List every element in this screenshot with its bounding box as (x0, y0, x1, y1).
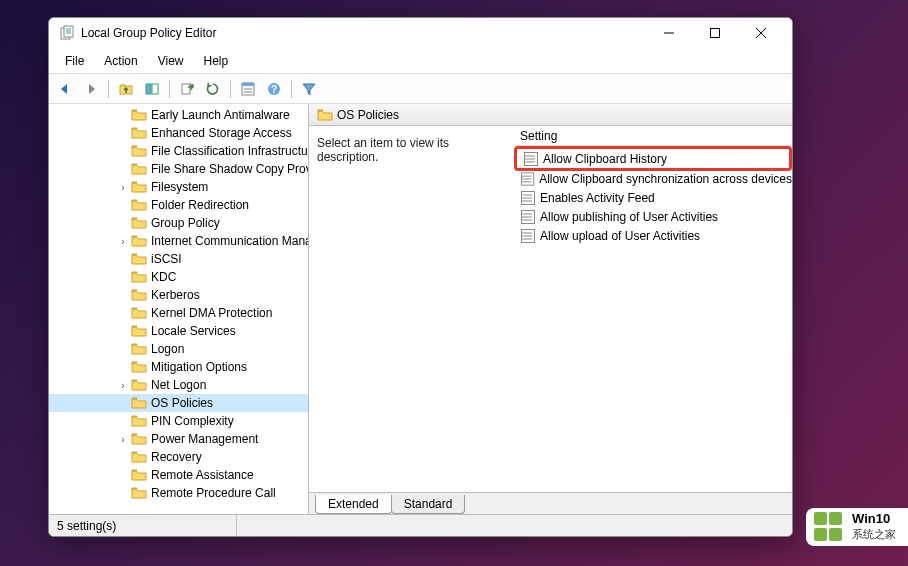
show-hide-tree-button[interactable] (140, 78, 164, 100)
svg-rect-14 (242, 83, 254, 86)
tree-item[interactable]: KDC (49, 268, 308, 286)
setting-item-label: Allow publishing of User Activities (540, 210, 718, 224)
tree-item[interactable]: Folder Redirection (49, 196, 308, 214)
tree-item[interactable]: Group Policy (49, 214, 308, 232)
tree-item-label: iSCSI (151, 252, 182, 266)
svg-point-31 (522, 178, 524, 180)
tab-standard[interactable]: Standard (391, 495, 466, 514)
tree-item-label: Remote Assistance (151, 468, 254, 482)
menu-view[interactable]: View (148, 50, 194, 72)
refresh-button[interactable] (201, 78, 225, 100)
tree-item-label: Remote Procedure Call (151, 486, 276, 500)
content-area: Early Launch AntimalwareEnhanced Storage… (49, 104, 792, 514)
setting-item[interactable]: Enables Activity Feed (514, 188, 792, 207)
tree-item-label: Recovery (151, 450, 202, 464)
svg-point-37 (522, 194, 524, 196)
tree-item[interactable]: Enhanced Storage Access (49, 124, 308, 142)
app-icon (59, 25, 75, 41)
back-button[interactable] (53, 78, 77, 100)
tree-item-label: KDC (151, 270, 176, 284)
tree-item-label: Kernel DMA Protection (151, 306, 272, 320)
help-button[interactable]: ? (262, 78, 286, 100)
svg-point-30 (522, 175, 524, 177)
tree-item-label: Filesystem (151, 180, 208, 194)
setting-item[interactable]: Allow Clipboard synchronization across d… (514, 169, 792, 188)
tree-item-label: Locale Services (151, 324, 236, 338)
folder-icon (131, 323, 147, 339)
tree-item-label: Logon (151, 342, 184, 356)
svg-point-39 (522, 200, 524, 202)
settings-column-header[interactable]: Setting (514, 126, 792, 146)
details-pane: OS Policies Select an item to view its d… (309, 104, 792, 514)
policy-icon (520, 171, 535, 187)
view-tabs: Extended Standard (309, 492, 792, 514)
setting-item[interactable]: Allow upload of User Activities (514, 226, 792, 245)
watermark: Win10 系统之家 (806, 508, 908, 546)
tree-item[interactable]: Mitigation Options (49, 358, 308, 376)
tree-item[interactable]: Remote Assistance (49, 466, 308, 484)
tree-item[interactable]: File Classification Infrastructure (49, 142, 308, 160)
tree-item[interactable]: Remote Procedure Call (49, 484, 308, 502)
svg-rect-6 (711, 29, 720, 38)
tab-extended[interactable]: Extended (315, 495, 392, 514)
svg-point-24 (525, 158, 527, 160)
tree-item[interactable]: ›Internet Communication Management (49, 232, 308, 250)
svg-point-52 (522, 235, 524, 237)
filter-button[interactable] (297, 78, 321, 100)
minimize-button[interactable] (646, 18, 692, 48)
tree-item[interactable]: File Share Shadow Copy Provider (49, 160, 308, 178)
tree-item[interactable]: PIN Complexity (49, 412, 308, 430)
tree-item[interactable]: ›Net Logon (49, 376, 308, 394)
tree-item[interactable]: Logon (49, 340, 308, 358)
folder-icon (131, 377, 147, 393)
tree-scroll[interactable]: Early Launch AntimalwareEnhanced Storage… (49, 104, 308, 514)
toolbar-separator (108, 80, 109, 98)
svg-point-23 (525, 155, 527, 157)
folder-icon (131, 269, 147, 285)
tree-item-label: File Share Shadow Copy Provider (151, 162, 308, 176)
menu-help[interactable]: Help (194, 50, 239, 72)
forward-button[interactable] (79, 78, 103, 100)
tree-item[interactable]: ›Power Management (49, 430, 308, 448)
close-button[interactable] (738, 18, 784, 48)
up-folder-button[interactable] (114, 78, 138, 100)
tree-item[interactable]: Kernel DMA Protection (49, 304, 308, 322)
folder-icon (131, 215, 147, 231)
menubar: File Action View Help (49, 48, 792, 74)
tree-item[interactable]: Early Launch Antimalware (49, 106, 308, 124)
app-window: Local Group Policy Editor File Action Vi… (48, 17, 793, 537)
tree-item-label: Net Logon (151, 378, 206, 392)
export-list-button[interactable] (175, 78, 199, 100)
tree-item-label: Kerberos (151, 288, 200, 302)
folder-icon (131, 179, 147, 195)
setting-item[interactable]: Allow publishing of User Activities (514, 207, 792, 226)
maximize-button[interactable] (692, 18, 738, 48)
folder-icon (131, 449, 147, 465)
tree-item-label: File Classification Infrastructure (151, 144, 308, 158)
folder-icon (131, 251, 147, 267)
status-text: 5 setting(s) (57, 515, 237, 536)
tree-item[interactable]: OS Policies (49, 394, 308, 412)
svg-rect-12 (182, 84, 190, 94)
properties-button[interactable] (236, 78, 260, 100)
folder-icon (131, 431, 147, 447)
svg-rect-10 (146, 84, 151, 94)
menu-action[interactable]: Action (94, 50, 147, 72)
setting-item[interactable]: Allow Clipboard History (514, 146, 792, 171)
folder-icon (131, 287, 147, 303)
tree-item-label: Group Policy (151, 216, 220, 230)
folder-icon (131, 305, 147, 321)
tree-item[interactable]: Recovery (49, 448, 308, 466)
tree-item[interactable]: Kerberos (49, 286, 308, 304)
tree-item[interactable]: ›Filesystem (49, 178, 308, 196)
folder-icon (131, 197, 147, 213)
tree-item[interactable]: Locale Services (49, 322, 308, 340)
tree-expander-icon[interactable]: › (117, 236, 129, 247)
folder-icon (131, 395, 147, 411)
menu-file[interactable]: File (55, 50, 94, 72)
tree-expander-icon[interactable]: › (117, 182, 129, 193)
tree-expander-icon[interactable]: › (117, 434, 129, 445)
tree-expander-icon[interactable]: › (117, 380, 129, 391)
tree-item[interactable]: iSCSI (49, 250, 308, 268)
tree-item-label: Mitigation Options (151, 360, 247, 374)
